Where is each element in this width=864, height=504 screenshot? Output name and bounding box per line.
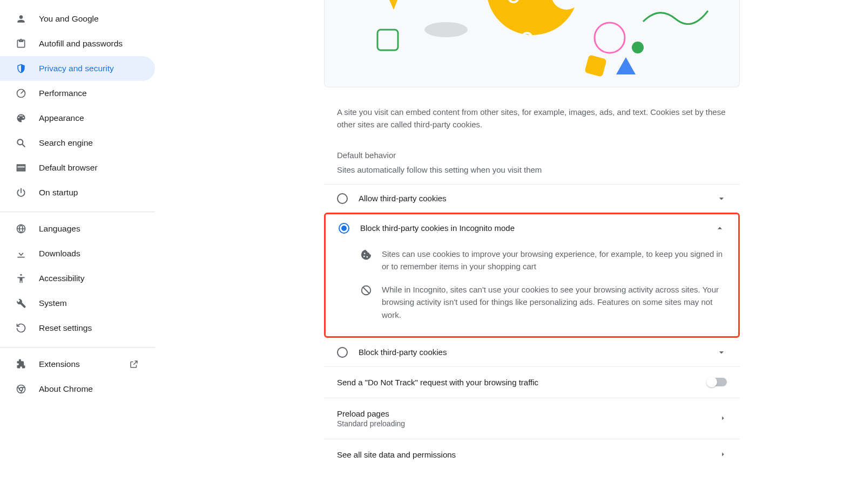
setting-see-all-site-data[interactable]: See all site data and permissions	[324, 439, 740, 470]
sidebar-item-on-startup[interactable]: On startup	[0, 180, 155, 205]
power-icon	[15, 187, 27, 199]
svg-point-7	[424, 22, 468, 37]
setting-label: Preload pages	[337, 409, 719, 418]
setting-label: Send a "Do Not Track" request with your …	[337, 378, 707, 387]
detail-text: Sites can use cookies to improve your br…	[382, 248, 725, 273]
setting-label: See all site data and permissions	[337, 450, 719, 459]
svg-rect-8	[377, 30, 398, 50]
person-icon	[15, 13, 27, 25]
sidebar-item-label: Privacy and security	[39, 64, 155, 73]
chevron-down-icon[interactable]	[716, 347, 727, 358]
cookie-icon	[360, 249, 373, 262]
option-block-all[interactable]: Block third-party cookies	[324, 338, 740, 366]
sidebar-item-label: Languages	[39, 224, 155, 234]
intro-text: A site you visit can embed content from …	[324, 87, 740, 131]
sidebar-item-label: Performance	[39, 88, 155, 98]
sidebar-item-languages[interactable]: Languages	[0, 216, 155, 241]
chevron-down-icon[interactable]	[716, 193, 727, 204]
setting-sublabel: Standard preloading	[337, 419, 719, 428]
chevron-right-icon[interactable]	[719, 414, 727, 422]
detail-cookies-improve: Sites can use cookies to improve your br…	[360, 242, 725, 278]
highlighted-option-box: Block third-party cookies in Incognito m…	[324, 213, 740, 338]
sidebar-item-label: Accessibility	[39, 274, 155, 283]
settings-content: A site you visit can embed content from …	[324, 0, 740, 470]
svg-point-4	[20, 274, 22, 276]
svg-point-13	[595, 23, 625, 53]
sidebar-item-you-and-google[interactable]: You and Google	[0, 6, 155, 31]
sidebar-item-label: Reset settings	[39, 323, 155, 333]
extension-icon	[15, 358, 27, 370]
speedometer-icon	[15, 87, 27, 99]
radio-unchecked-icon[interactable]	[337, 347, 348, 358]
detail-text: While in Incognito, sites can't use your…	[382, 283, 725, 321]
palette-icon	[15, 112, 27, 124]
globe-icon	[15, 223, 27, 235]
hero-illustration	[324, 0, 740, 87]
sidebar-item-search-engine[interactable]: Search engine	[0, 131, 155, 155]
option-label: Allow third-party cookies	[359, 194, 716, 203]
default-behavior-subtext: Sites automatically follow this setting …	[324, 163, 740, 184]
default-behavior-heading: Default behavior	[324, 131, 740, 163]
svg-rect-15	[584, 55, 607, 77]
sidebar-item-accessibility[interactable]: Accessibility	[0, 266, 155, 291]
radio-checked-icon[interactable]	[339, 223, 349, 234]
block-icon	[360, 284, 373, 297]
sidebar-item-label: Default browser	[39, 163, 155, 173]
wrench-icon	[15, 297, 27, 309]
sidebar-item-performance[interactable]: Performance	[0, 81, 155, 106]
sidebar-item-label: Autofill and passwords	[39, 39, 155, 49]
sidebar-item-appearance[interactable]: Appearance	[0, 106, 155, 131]
settings-sidebar: You and Google Autofill and passwords Pr…	[0, 0, 159, 504]
option-label: Block third-party cookies	[359, 348, 716, 357]
download-icon	[15, 248, 27, 260]
setting-do-not-track[interactable]: Send a "Do Not Track" request with your …	[324, 366, 740, 398]
sidebar-item-system[interactable]: System	[0, 291, 155, 316]
option-block-incognito[interactable]: Block third-party cookies in Incognito m…	[326, 214, 738, 242]
sidebar-item-label: Appearance	[39, 113, 155, 123]
sidebar-item-label: System	[39, 298, 155, 308]
shield-icon	[15, 63, 27, 74]
sidebar-item-label: Extensions	[39, 359, 129, 369]
search-icon	[15, 137, 27, 149]
chevron-up-icon[interactable]	[714, 223, 725, 234]
accessibility-icon	[15, 273, 27, 284]
sidebar-item-reset-settings[interactable]: Reset settings	[0, 316, 155, 340]
sidebar-item-label: Downloads	[39, 249, 155, 258]
sidebar-item-label: About Chrome	[39, 384, 155, 394]
chevron-right-icon[interactable]	[719, 451, 727, 458]
toggle-off[interactable]	[707, 378, 727, 386]
reset-icon	[15, 322, 27, 334]
external-link-icon	[129, 359, 139, 369]
radio-unchecked-icon[interactable]	[337, 193, 348, 204]
svg-point-12	[545, 33, 555, 43]
option-label: Block third-party cookies in Incognito m…	[360, 223, 714, 233]
sidebar-item-default-browser[interactable]: Default browser	[0, 155, 155, 180]
sidebar-item-extensions[interactable]: Extensions	[0, 352, 155, 377]
sidebar-item-autofill[interactable]: Autofill and passwords	[0, 31, 155, 56]
chrome-icon	[15, 383, 27, 395]
option-allow-third-party[interactable]: Allow third-party cookies	[324, 184, 740, 213]
sidebar-item-about-chrome[interactable]: About Chrome	[0, 377, 155, 401]
detail-incognito-block: While in Incognito, sites can't use your…	[360, 278, 725, 326]
sidebar-item-downloads[interactable]: Downloads	[0, 241, 155, 266]
setting-preload-pages[interactable]: Preload pages Standard preloading	[324, 398, 740, 439]
browser-icon	[15, 162, 27, 174]
clipboard-icon	[15, 38, 27, 50]
sidebar-item-label: Search engine	[39, 138, 155, 148]
svg-point-14	[632, 42, 644, 53]
sidebar-item-label: You and Google	[39, 14, 155, 24]
sidebar-item-privacy-security[interactable]: Privacy and security	[0, 56, 155, 81]
sidebar-item-label: On startup	[39, 188, 155, 197]
